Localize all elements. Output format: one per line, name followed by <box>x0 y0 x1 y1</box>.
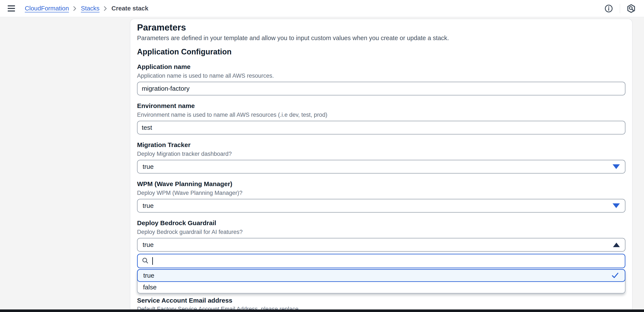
bedrock-guardrail-select[interactable]: true <box>137 238 626 252</box>
chevron-right-icon <box>73 5 77 12</box>
field-deploy-bedrock-guardrail: Deploy Bedrock Guardrail Deploy Bedrock … <box>137 219 626 294</box>
field-description: Deploy Bedrock guardrail for AI features… <box>137 228 626 236</box>
dropdown-options-panel: true false <box>137 269 626 294</box>
field-environment-name: Environment name Environment name is use… <box>137 102 626 135</box>
field-label: Deploy Bedrock Guardrail <box>137 219 626 227</box>
field-wpm: WPM (Wave Planning Manager) Deploy WPM (… <box>137 180 626 213</box>
selected-value: true <box>142 202 154 209</box>
info-icon[interactable] <box>604 3 614 14</box>
section-title-application-configuration: Application Configuration <box>137 47 626 56</box>
search-icon <box>142 257 149 265</box>
topbar-utilities <box>604 3 636 14</box>
chevron-right-icon <box>103 5 108 12</box>
breadcrumb-cloudformation-link[interactable]: CloudFormation <box>25 5 69 12</box>
dropdown-search-input[interactable] <box>153 254 621 268</box>
bottom-screen-edge-bar <box>0 310 644 312</box>
field-application-name: Application name Application name is use… <box>137 63 626 95</box>
chevron-up-icon <box>613 243 620 247</box>
field-label: Application name <box>137 63 626 71</box>
cloudformation-create-stack-screen: CloudFormation Stacks Create stack <box>0 0 644 312</box>
breadcrumb: CloudFormation Stacks Create stack <box>25 5 148 12</box>
dropdown-search-box[interactable] <box>137 254 626 268</box>
field-description: Deploy WPM (Wave Planning Manager)? <box>137 189 626 197</box>
top-navigation-bar: CloudFormation Stacks Create stack <box>0 0 644 17</box>
selected-value: true <box>142 163 154 170</box>
page-subtitle: Parameters are defined in your template … <box>137 34 626 42</box>
dropdown-option-true[interactable]: true <box>137 269 626 282</box>
option-label: true <box>143 272 154 279</box>
hexagon-search-icon[interactable] <box>626 3 636 14</box>
checkmark-icon <box>611 272 619 279</box>
selected-value: true <box>142 241 154 248</box>
topbar-divider <box>620 4 620 13</box>
field-label: Service Account Email address <box>137 297 626 305</box>
chevron-down-icon <box>612 203 620 208</box>
page-title: Parameters <box>137 22 626 33</box>
field-description: Application name is used to name all AWS… <box>137 72 626 80</box>
field-label: Migration Tracker <box>137 141 626 149</box>
option-label: false <box>143 284 156 291</box>
field-migration-tracker: Migration Tracker Deploy Migration track… <box>137 141 626 173</box>
field-label: WPM (Wave Planning Manager) <box>137 180 626 188</box>
wpm-select[interactable]: true <box>137 199 626 213</box>
dropdown-option-false[interactable]: false <box>138 282 625 293</box>
application-name-input[interactable] <box>137 82 626 95</box>
migration-tracker-select[interactable]: true <box>137 160 626 173</box>
breadcrumb-current-create-stack: Create stack <box>112 5 148 12</box>
breadcrumb-stacks-link[interactable]: Stacks <box>81 5 100 12</box>
field-description: Deploy Migration tracker dashboard? <box>137 150 626 158</box>
parameters-panel: Parameters Parameters are defined in you… <box>130 19 632 312</box>
hamburger-menu-icon[interactable] <box>8 4 17 13</box>
field-description: Environment name is used to name all AWS… <box>137 111 626 119</box>
environment-name-input[interactable] <box>137 121 626 135</box>
field-label: Environment name <box>137 102 626 110</box>
chevron-down-icon <box>612 164 620 169</box>
